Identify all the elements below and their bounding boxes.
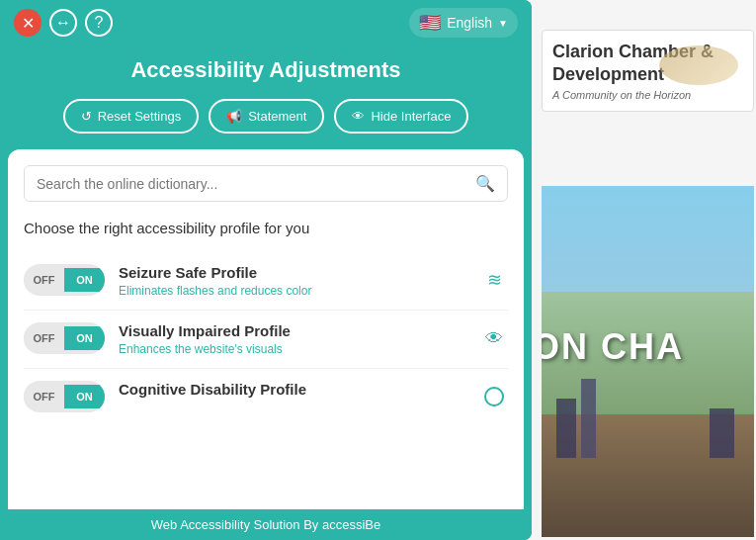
toggle-off-label: OFF [24, 385, 64, 408]
back-button[interactable]: ↔ [49, 9, 77, 37]
chamber-tagline: A Community on the Horizon [552, 89, 743, 101]
search-icon: 🔍 [475, 175, 495, 192]
panel-header: ✕ ↔ ? 🇺🇸 English ▼ [0, 0, 532, 45]
search-input[interactable] [37, 176, 475, 192]
accessibility-panel: ✕ ↔ ? 🇺🇸 English ▼ Accessibility Adjustm… [0, 0, 532, 540]
statement-label: Statement [248, 109, 306, 124]
reset-label: Reset Settings [98, 109, 182, 124]
chamber-logo: Clarion Chamber & Development A Communit… [542, 30, 754, 112]
statement-button[interactable]: 📢 Statement [209, 99, 324, 134]
list-item: OFF ON Visually Impaired Profile Enhance… [24, 311, 508, 369]
cognitive-icon [480, 383, 508, 410]
toggle-off-label: OFF [24, 268, 64, 292]
chevron-down-icon: ▼ [498, 18, 508, 29]
hide-icon: 👁 [352, 109, 365, 124]
header-icons: ✕ ↔ ? [14, 9, 113, 37]
help-icon: ? [95, 14, 104, 32]
language-selector[interactable]: 🇺🇸 English ▼ [409, 8, 518, 38]
seizure-icon: ≋ [480, 266, 508, 294]
cognitive-toggle[interactable]: OFF ON [24, 381, 105, 412]
svg-point-0 [485, 388, 503, 405]
panel-content: 🔍 Choose the right accessibility profile… [8, 149, 524, 509]
visual-profile-name: Visually Impaired Profile [119, 322, 466, 339]
visual-profile-desc: Enhances the website's visuals [119, 342, 466, 356]
list-item: OFF ON Seizure Safe Profile Eliminates f… [24, 252, 508, 311]
visually-impaired-toggle[interactable]: OFF ON [24, 322, 105, 354]
reset-settings-button[interactable]: ↺ Reset Settings [63, 99, 200, 134]
panel-footer: Web Accessibility Solution By accessiBe [0, 509, 532, 540]
language-label: English [447, 15, 492, 31]
seizure-profile-name: Seizure Safe Profile [119, 264, 466, 281]
toggle-on-label: ON [64, 326, 105, 350]
eye-icon: 👁 [480, 324, 508, 352]
list-item: OFF ON Cognitive Disability Profile [24, 369, 508, 424]
toggle-on-label: ON [64, 385, 105, 408]
hide-interface-button[interactable]: 👁 Hide Interface [334, 99, 468, 134]
back-icon: ↔ [55, 14, 71, 32]
profile-info-seizure: Seizure Safe Profile Eliminates flashes … [119, 264, 466, 298]
search-box: 🔍 [24, 165, 508, 202]
footer-text: Web Accessibility Solution By accessiBe [151, 517, 380, 532]
toggle-off-label: OFF [24, 326, 64, 350]
seizure-toggle[interactable]: OFF ON [24, 264, 105, 296]
city-text-overlay: ON CHA [542, 326, 684, 368]
action-buttons: ↺ Reset Settings 📢 Statement 👁 Hide Inte… [0, 99, 532, 149]
hide-label: Hide Interface [371, 109, 451, 124]
close-icon: ✕ [22, 14, 35, 33]
toggle-on-label: ON [64, 268, 105, 292]
flag-icon: 🇺🇸 [419, 12, 441, 34]
reset-icon: ↺ [81, 109, 92, 124]
profile-info-cognitive: Cognitive Disability Profile [119, 381, 466, 401]
city-image: ON CHA [542, 186, 754, 537]
profile-info-visual: Visually Impaired Profile Enhances the w… [119, 322, 466, 356]
cognitive-profile-name: Cognitive Disability Profile [119, 381, 466, 398]
help-button[interactable]: ? [85, 9, 113, 37]
profile-heading: Choose the right accessibility profile f… [24, 220, 508, 236]
close-button[interactable]: ✕ [14, 9, 42, 37]
seizure-profile-desc: Eliminates flashes and reduces color [119, 284, 466, 298]
search-button[interactable]: 🔍 [475, 174, 495, 193]
statement-icon: 📢 [226, 109, 242, 124]
panel-title: Accessibility Adjustments [0, 45, 532, 99]
